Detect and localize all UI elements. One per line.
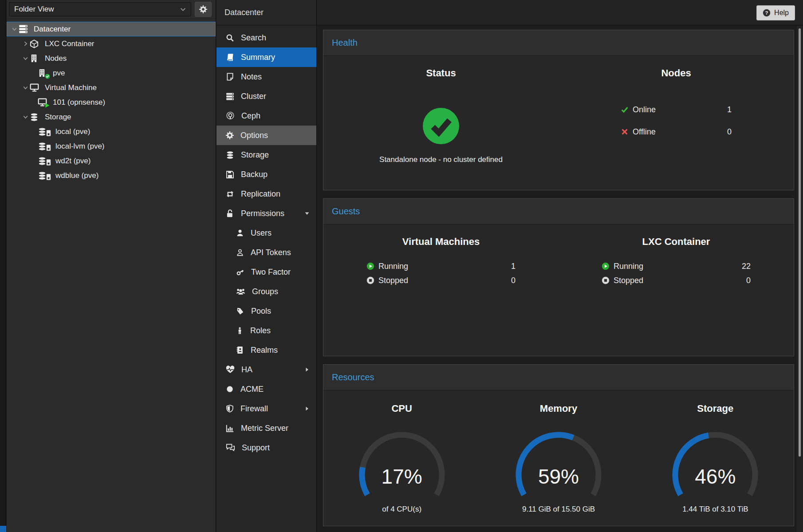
online-count: 1	[718, 105, 732, 114]
user-outline-icon	[236, 248, 244, 256]
tree-item-nodes[interactable]: Nodes	[7, 51, 216, 66]
vm-table: Running 1 Stopped 0	[366, 259, 516, 288]
summary-content: Health Status Standalone node - no clust…	[317, 26, 796, 532]
address-book-icon	[236, 346, 244, 354]
tree-item-label: wd2t (pve)	[55, 157, 91, 166]
cube-icon	[30, 39, 39, 48]
nav-item-ceph[interactable]: Ceph	[216, 106, 316, 126]
proxmox-app: Folder View Datacenter LXC Container	[0, 0, 803, 532]
scrollbar-thumb[interactable]	[799, 28, 801, 457]
tree-item-datacenter[interactable]: Datacenter	[7, 22, 216, 36]
nav-item-two-factor[interactable]: Two Factor	[216, 262, 316, 282]
tree-item-label: Nodes	[45, 54, 67, 63]
nav-item-ha[interactable]: HA	[216, 360, 316, 379]
nodes-table: Online 1 Offline 0	[621, 99, 732, 143]
nav-item-users[interactable]: Users	[216, 223, 316, 243]
status-heading: Status	[323, 56, 559, 79]
lxc-running-count: 22	[737, 262, 751, 271]
nav-item-storage[interactable]: Storage	[216, 145, 316, 165]
check-icon	[621, 106, 629, 114]
gear-icon	[226, 131, 234, 139]
nav-item-metric-server[interactable]: Metric Server	[216, 418, 316, 438]
nav-item-realms[interactable]: Realms	[216, 340, 316, 360]
tree-item-label: local (pve)	[55, 127, 90, 136]
tree-item-label: Virtual Machine	[45, 83, 97, 92]
nav-item-acme[interactable]: ACME	[216, 379, 316, 399]
lxc-table: Running 22 Stopped 0	[602, 259, 751, 288]
building-icon	[30, 54, 38, 63]
nav-item-backup[interactable]: Backup	[216, 165, 316, 184]
lxc-heading: LXC Container	[559, 225, 794, 248]
nav-item-pools[interactable]: Pools	[216, 301, 316, 321]
note-icon	[226, 73, 234, 81]
guests-vm-column: Virtual Machines Running 1	[323, 225, 559, 288]
ceph-icon	[226, 111, 235, 120]
tree-item-storage-wdblue[interactable]: wdblue (pve)	[7, 168, 216, 183]
health-nodes-column: Nodes Online 1	[559, 56, 794, 164]
tree-item-lxc-container[interactable]: LXC Container	[7, 36, 216, 51]
guests-panel-title: Guests	[323, 199, 794, 225]
expander-right-icon[interactable]	[304, 367, 310, 372]
vm-heading: Virtual Machines	[323, 225, 559, 248]
nodes-heading: Nodes	[559, 56, 794, 79]
vertical-scrollbar[interactable]	[796, 26, 803, 532]
nodes-online-row: Online 1	[621, 99, 732, 121]
tree-item-storage-wd2t[interactable]: wd2t (pve)	[7, 154, 216, 168]
database-icon	[38, 127, 47, 136]
expander-down-icon[interactable]	[304, 211, 310, 216]
guests-lxc-column: LXC Container Running 22	[559, 225, 794, 288]
tree-item-virtual-machine[interactable]: Virtual Machine	[7, 80, 216, 95]
nav-item-search[interactable]: Search	[216, 28, 316, 47]
memory-detail: 9.11 GiB of 15.50 GiB	[480, 505, 637, 514]
nav-item-options[interactable]: Options	[216, 126, 316, 145]
nav-item-summary[interactable]: Summary	[216, 47, 316, 67]
server-stack-icon	[226, 92, 234, 101]
caret-right-icon	[22, 40, 29, 47]
view-mode-select[interactable]: Folder View	[9, 2, 191, 16]
comments-icon	[226, 444, 235, 452]
drive-icon	[46, 144, 51, 151]
tree-item-label: wdblue (pve)	[55, 171, 98, 180]
heartbeat-icon	[226, 366, 235, 374]
topbar: Help	[317, 0, 803, 25]
tree-toolbar: Folder View	[7, 0, 216, 19]
tree-item-label: 101 (opnsense)	[53, 98, 105, 107]
nav-item-replication[interactable]: Replication	[216, 184, 316, 204]
storage-gauge-column: Storage 46% 1.44 TiB of 3.10 TiB	[637, 390, 794, 514]
nav-item-firewall[interactable]: Firewall	[216, 399, 316, 418]
nav-item-support[interactable]: Support	[216, 438, 316, 457]
tree-item-storage[interactable]: Storage	[7, 110, 216, 124]
nav-item-notes[interactable]: Notes	[216, 67, 316, 87]
nav-list: Search Summary Notes Cluster Ceph Option…	[216, 25, 316, 457]
splitter-corner[interactable]	[0, 526, 6, 532]
lxc-running-row: Running 22	[602, 259, 751, 273]
caret-down-icon	[22, 84, 29, 91]
nav-item-api-tokens[interactable]: API Tokens	[216, 243, 316, 262]
nav-item-roles[interactable]: Roles	[216, 321, 316, 340]
cpu-heading: CPU	[323, 390, 480, 414]
storage-percent: 46%	[671, 465, 760, 489]
storage-heading: Storage	[637, 390, 794, 414]
cpu-gauge-column: CPU 17% of 4 CPU(s)	[323, 390, 480, 514]
tree-item-storage-local-lvm[interactable]: local-lvm (pve)	[7, 139, 216, 154]
tree-settings-button[interactable]	[195, 2, 212, 17]
tree-item-label: local-lvm (pve)	[55, 142, 105, 151]
sync-arrows-icon	[226, 190, 234, 198]
nav-item-permissions[interactable]: Permissions	[216, 204, 316, 223]
x-icon	[621, 128, 629, 136]
status-message: Standalone node - no cluster defined	[323, 155, 559, 164]
tree-item-storage-local[interactable]: local (pve)	[7, 124, 216, 139]
database-icon	[38, 157, 47, 166]
database-icon	[38, 142, 47, 151]
nav-item-groups[interactable]: Groups	[216, 282, 316, 301]
tree-item-vm-101[interactable]: 101 (opnsense)	[7, 95, 216, 110]
expander-right-icon[interactable]	[304, 406, 310, 411]
help-button[interactable]: Help	[756, 5, 795, 20]
chevron-down-icon	[180, 8, 186, 12]
database-icon	[30, 113, 39, 122]
tree-item-label: pve	[53, 69, 65, 78]
nav-item-cluster[interactable]: Cluster	[216, 87, 316, 106]
vm-stopped-count: 0	[502, 276, 516, 285]
cpu-percent: 17%	[358, 465, 446, 489]
tree-item-pve[interactable]: pve	[7, 66, 216, 80]
